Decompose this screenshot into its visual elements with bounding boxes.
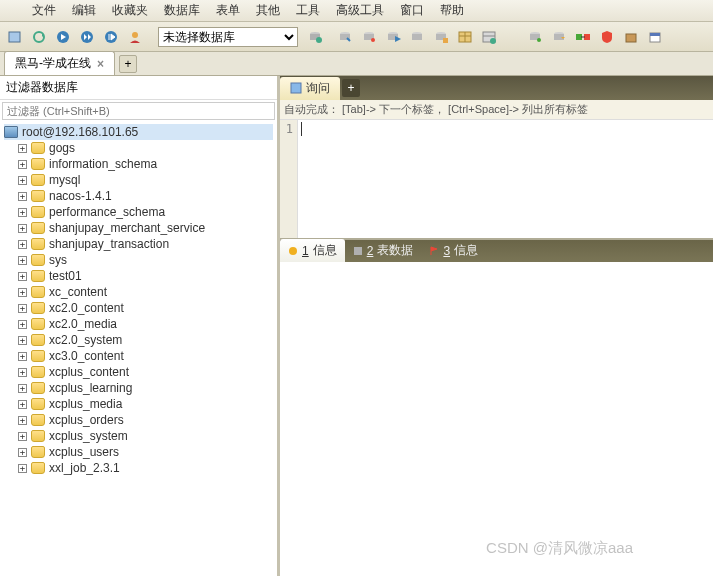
tree-db-item[interactable]: +xxl_job_2.3.1 <box>4 460 273 476</box>
svg-rect-0 <box>9 32 20 42</box>
expand-icon[interactable]: + <box>18 432 27 441</box>
expand-icon[interactable]: + <box>18 288 27 297</box>
sql-editor[interactable]: 1 <box>280 120 713 240</box>
expand-icon[interactable]: + <box>18 176 27 185</box>
expand-icon[interactable]: + <box>18 320 27 329</box>
tree-root[interactable]: root@192.168.101.65 <box>4 124 273 140</box>
menu-other[interactable]: 其他 <box>248 2 288 19</box>
expand-icon[interactable]: + <box>18 352 27 361</box>
tree-db-item[interactable]: +performance_schema <box>4 204 273 220</box>
new-connection-icon[interactable] <box>4 26 26 48</box>
result-body <box>280 262 713 576</box>
execute-all-icon[interactable] <box>76 26 98 48</box>
execute-icon[interactable] <box>52 26 74 48</box>
db-label: xc2.0_content <box>49 301 124 315</box>
autocomplete-hint: 自动完成： [Tab]-> 下一个标签， [Ctrl+Space]-> 列出所有… <box>280 100 713 120</box>
tree-db-item[interactable]: +xc2.0_content <box>4 300 273 316</box>
tree-db-item[interactable]: +test01 <box>4 268 273 284</box>
expand-icon[interactable]: + <box>18 368 27 377</box>
result-tab-info[interactable]: 1 信息 <box>280 239 345 262</box>
transfer-icon[interactable] <box>572 26 594 48</box>
tree-db-item[interactable]: +xc2.0_system <box>4 332 273 348</box>
box-icon[interactable] <box>620 26 642 48</box>
filter-input[interactable] <box>2 102 275 120</box>
tab-close-icon[interactable]: × <box>97 57 104 71</box>
tree-db-item[interactable]: +xcplus_media <box>4 396 273 412</box>
menu-edit[interactable]: 编辑 <box>64 2 104 19</box>
db-tool5-icon[interactable] <box>430 26 452 48</box>
db-tool3-icon[interactable]: ▸ <box>382 26 404 48</box>
tree-db-item[interactable]: +xcplus_system <box>4 428 273 444</box>
tab-add-button[interactable]: + <box>119 55 137 73</box>
svg-point-39 <box>289 247 297 255</box>
menu-window[interactable]: 窗口 <box>392 2 432 19</box>
expand-icon[interactable]: + <box>18 144 27 153</box>
db-green-icon[interactable] <box>524 26 546 48</box>
tree-db-item[interactable]: +xcplus_content <box>4 364 273 380</box>
connection-tab[interactable]: 黑马-学成在线 × <box>4 51 115 75</box>
menu-favorites[interactable]: 收藏夹 <box>104 2 156 19</box>
database-icon <box>31 222 45 234</box>
expand-icon[interactable]: + <box>18 384 27 393</box>
expand-icon[interactable]: + <box>18 240 27 249</box>
menu-database[interactable]: 数据库 <box>156 2 208 19</box>
expand-icon[interactable]: + <box>18 224 27 233</box>
expand-icon[interactable]: + <box>18 448 27 457</box>
expand-icon[interactable]: + <box>18 192 27 201</box>
expand-icon[interactable]: + <box>18 464 27 473</box>
table-icon[interactable] <box>454 26 476 48</box>
sidebar-title: 过滤器数据库 <box>0 76 277 100</box>
db-tool2-icon[interactable] <box>358 26 380 48</box>
tree-db-item[interactable]: +mysql <box>4 172 273 188</box>
shield-icon[interactable] <box>596 26 618 48</box>
expand-icon[interactable]: + <box>18 256 27 265</box>
expand-icon[interactable]: + <box>18 272 27 281</box>
execute-selected-icon[interactable] <box>100 26 122 48</box>
tree-db-item[interactable]: +xc3.0_content <box>4 348 273 364</box>
menu-adv-tools[interactable]: 高级工具 <box>328 2 392 19</box>
svg-rect-40 <box>354 247 362 255</box>
server-icon <box>4 126 18 138</box>
db-refresh-icon[interactable] <box>304 26 326 48</box>
result-tab-data[interactable]: 2 表数据 <box>345 239 422 262</box>
table2-icon[interactable] <box>478 26 500 48</box>
expand-icon[interactable]: + <box>18 400 27 409</box>
database-icon <box>31 318 45 330</box>
expand-icon[interactable]: + <box>18 160 27 169</box>
tree-db-item[interactable]: +sys <box>4 252 273 268</box>
db-label: nacos-1.4.1 <box>49 189 112 203</box>
db-export-icon[interactable] <box>548 26 570 48</box>
user-icon[interactable] <box>124 26 146 48</box>
tree-db-item[interactable]: +xcplus_learning <box>4 380 273 396</box>
refresh-icon[interactable] <box>28 26 50 48</box>
query-tab[interactable]: 询问 <box>280 77 340 100</box>
calendar-icon[interactable] <box>644 26 666 48</box>
expand-icon[interactable]: + <box>18 336 27 345</box>
expand-icon[interactable]: + <box>18 416 27 425</box>
tree-db-item[interactable]: +nacos-1.4.1 <box>4 188 273 204</box>
menu-help[interactable]: 帮助 <box>432 2 472 19</box>
menu-file[interactable]: 文件 <box>24 2 64 19</box>
result-tabs: 1 信息 2 表数据 3 信息 <box>280 240 713 262</box>
result-tab-info2[interactable]: 3 信息 <box>421 239 486 262</box>
db-tool4-icon[interactable] <box>406 26 428 48</box>
menu-table[interactable]: 表单 <box>208 2 248 19</box>
editor-body[interactable] <box>298 120 713 238</box>
tree-db-item[interactable]: +xc2.0_media <box>4 316 273 332</box>
db-label: xcplus_content <box>49 365 129 379</box>
db-tool1-icon[interactable] <box>334 26 356 48</box>
database-tree: root@192.168.101.65 +gogs+information_sc… <box>0 122 277 576</box>
tree-db-item[interactable]: +xc_content <box>4 284 273 300</box>
database-select[interactable]: 未选择数据库 <box>158 27 298 47</box>
menu-tools[interactable]: 工具 <box>288 2 328 19</box>
tree-db-item[interactable]: +gogs <box>4 140 273 156</box>
tree-db-item[interactable]: +xcplus_users <box>4 444 273 460</box>
tree-db-item[interactable]: +xcplus_orders <box>4 412 273 428</box>
expand-icon[interactable]: + <box>18 208 27 217</box>
query-icon <box>290 82 302 94</box>
expand-icon[interactable]: + <box>18 304 27 313</box>
query-tab-add[interactable]: + <box>342 79 360 97</box>
tree-db-item[interactable]: +information_schema <box>4 156 273 172</box>
tree-db-item[interactable]: +shanjupay_merchant_service <box>4 220 273 236</box>
tree-db-item[interactable]: +shanjupay_transaction <box>4 236 273 252</box>
